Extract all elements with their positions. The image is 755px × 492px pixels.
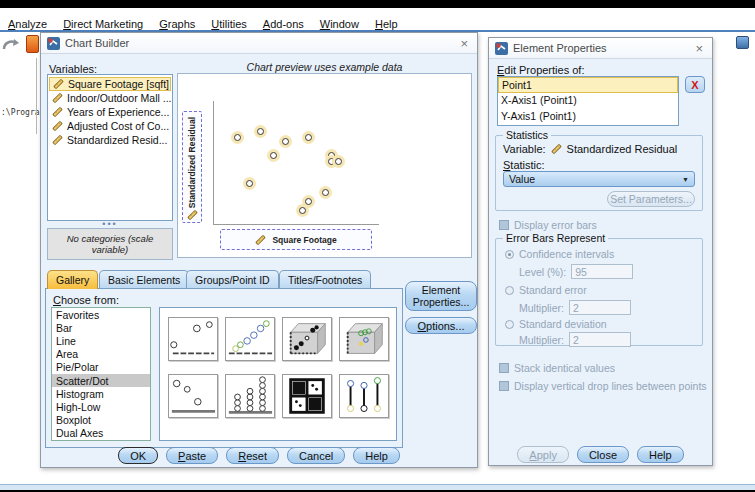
- list-item-x-axis1[interactable]: X-Axis1 (Point1): [498, 93, 678, 109]
- element-properties-dialog: Element Properties × Edit Properties of:…: [488, 37, 713, 466]
- tab-groups-point-id[interactable]: Groups/Point ID: [186, 270, 279, 289]
- scale-variable-icon: [551, 144, 562, 155]
- gallery-thumbnail-drop-line[interactable]: [339, 374, 389, 418]
- stack-identical-row: Stack identical values: [499, 362, 615, 374]
- scatter-point: [328, 158, 335, 165]
- options-button[interactable]: Options...: [405, 317, 477, 334]
- menu-direct-marketing[interactable]: Direct Marketing: [55, 18, 151, 30]
- menu-analyze[interactable]: Analyze: [0, 18, 55, 30]
- level-row: Level (%): 95: [519, 264, 633, 279]
- checkbox-icon: [499, 220, 509, 230]
- ok-button[interactable]: OK: [118, 447, 158, 464]
- tab-gallery[interactable]: Gallery: [47, 270, 98, 289]
- gallery-thumbnail-simple-scatter[interactable]: [168, 317, 218, 361]
- dialog-button-row: Apply Close Help: [489, 446, 712, 463]
- variable-item[interactable]: Years of Experience...: [49, 105, 171, 119]
- menu-graphs[interactable]: Graphs: [151, 18, 203, 30]
- gallery-thumbnail-grouped-scatter[interactable]: [225, 317, 275, 361]
- cancel-button[interactable]: Cancel: [287, 447, 345, 464]
- scale-variable-icon: [52, 135, 63, 146]
- menu-window[interactable]: Window: [312, 18, 367, 30]
- menu-help[interactable]: Help: [367, 18, 406, 30]
- screen: × Analyze Direct Marketing Graphs Utilit…: [0, 0, 755, 492]
- splitter-handle[interactable]: •••: [47, 221, 173, 227]
- radio-icon: [505, 286, 514, 295]
- background-path-text: :\Progra: [1, 108, 40, 117]
- multiplier-row: Multiplier: 2: [519, 300, 631, 315]
- apply-button: Apply: [517, 446, 569, 463]
- gallery-thumbnail-3d-scatter[interactable]: [282, 317, 332, 361]
- variable-item[interactable]: Square Footage [sqft]: [49, 77, 171, 91]
- chart-type-list: Favorites Bar Line Area Pie/Polar Scatte…: [51, 307, 151, 441]
- chart-builder-icon: [47, 37, 60, 50]
- list-item-y-axis1[interactable]: Y-Axis1 (Point1): [498, 108, 678, 124]
- categories-panel: No categories (scale variable): [47, 228, 173, 260]
- variable-item[interactable]: Adjusted Cost of Co...: [49, 119, 171, 133]
- scatter-point: [305, 198, 312, 205]
- menu-bar: Analyze Direct Marketing Graphs Utilitie…: [0, 18, 755, 32]
- statistic-label: Statistic:: [503, 159, 545, 171]
- scatter-point: [257, 128, 264, 135]
- checkbox-icon: [499, 363, 509, 373]
- app-titlebar: ×: [0, 8, 755, 18]
- preview-note: Chart preview uses example data: [177, 61, 472, 73]
- tab-titles-footnotes[interactable]: Titles/Footnotes: [279, 270, 371, 289]
- redo-icon[interactable]: [2, 37, 20, 51]
- statistics-legend: Statistics: [503, 129, 551, 141]
- chart-type-line[interactable]: Line: [52, 334, 150, 347]
- chart-builder-titlebar[interactable]: Chart Builder ×: [41, 33, 477, 54]
- menu-utilities[interactable]: Utilities: [203, 18, 254, 30]
- chart-type-boxplot[interactable]: Boxplot: [52, 414, 150, 427]
- toolbar-icon[interactable]: [26, 35, 39, 53]
- background-toolbar-icon[interactable]: [736, 36, 749, 49]
- variable-item[interactable]: Standardized Resid...: [49, 133, 171, 147]
- x-axis-label: Square Footage: [272, 235, 336, 245]
- chart-type-histogram[interactable]: Histogram: [52, 387, 150, 400]
- close-button[interactable]: Close: [577, 446, 629, 463]
- chart-type-high-low[interactable]: High-Low: [52, 400, 150, 413]
- chart-type-bar[interactable]: Bar: [52, 321, 150, 334]
- gallery-thumbnail-simple-dot-plot[interactable]: [168, 374, 218, 418]
- chart-type-favorites[interactable]: Favorites: [52, 308, 150, 321]
- list-item-point1[interactable]: Point1: [498, 77, 678, 93]
- scale-variable-icon: [52, 93, 63, 104]
- close-icon[interactable]: ×: [457, 36, 471, 51]
- variable-row: Variable: Standardized Residual: [503, 143, 677, 155]
- dialog-title: Chart Builder: [65, 37, 452, 49]
- chart-type-pie-polar[interactable]: Pie/Polar: [52, 361, 150, 374]
- element-properties-titlebar[interactable]: Element Properties ×: [489, 38, 712, 59]
- paste-button[interactable]: Paste: [166, 447, 218, 464]
- close-icon[interactable]: ×: [692, 41, 706, 56]
- help-button[interactable]: Help: [353, 447, 400, 464]
- top-black-bar: [0, 0, 755, 8]
- statistic-dropdown[interactable]: Value ▼: [503, 171, 695, 187]
- multiplier-row: Multiplier: 2: [519, 332, 631, 347]
- element-properties-icon: [495, 42, 508, 55]
- x-axis-drop-zone[interactable]: Square Footage: [220, 229, 372, 250]
- chart-type-scatter-dot[interactable]: Scatter/Dot: [52, 374, 150, 387]
- scatter-point: [246, 180, 253, 187]
- standard-deviation-row: Standard deviation: [505, 318, 607, 330]
- radio-icon: [505, 250, 514, 259]
- edit-properties-list: Point1 X-Axis1 (Point1) Y-Axis1 (Point1): [497, 76, 679, 126]
- element-properties-button[interactable]: Element Properties...: [405, 281, 477, 311]
- reset-button[interactable]: Reset: [226, 447, 279, 464]
- gallery-thumbnail-stacked-dot-plot[interactable]: [225, 374, 275, 418]
- dialog-title: Element Properties: [513, 42, 687, 54]
- menu-add-ons[interactable]: Add-ons: [255, 18, 312, 30]
- variable-item[interactable]: Indoor/Outdoor Mall ...: [49, 91, 171, 105]
- chart-type-dual-axes[interactable]: Dual Axes: [52, 427, 150, 440]
- remove-element-icon[interactable]: X: [685, 76, 705, 93]
- chart-type-area[interactable]: Area: [52, 348, 150, 361]
- help-button[interactable]: Help: [637, 446, 684, 463]
- scale-variable-icon: [52, 107, 63, 118]
- gallery-thumbnail-scatterplot-matrix[interactable]: [282, 374, 332, 418]
- edit-properties-label: Edit Properties of:: [497, 64, 584, 76]
- chevron-down-icon: ▼: [682, 176, 689, 183]
- level-field: 95: [571, 264, 633, 279]
- background-panel-divider: [36, 58, 37, 134]
- tab-basic-elements[interactable]: Basic Elements: [99, 270, 189, 289]
- scale-variable-icon: [256, 234, 267, 245]
- multiplier-field: 2: [569, 300, 631, 315]
- gallery-thumbnail-grouped-3d-scatter[interactable]: [339, 317, 389, 361]
